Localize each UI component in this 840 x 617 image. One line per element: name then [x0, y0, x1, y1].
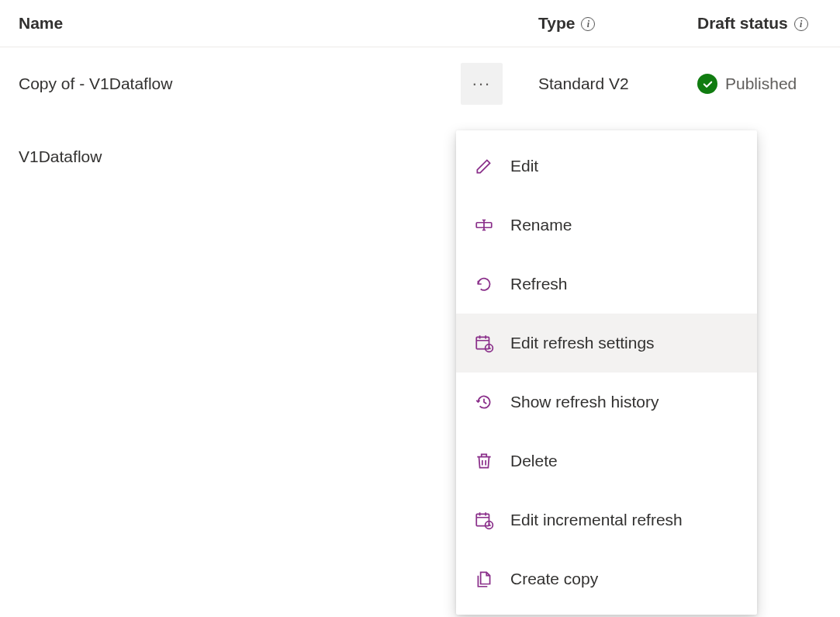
rename-icon	[473, 214, 495, 236]
table-row[interactable]: Copy of - V1Dataflow ··· Standard V2 Pub…	[0, 47, 840, 120]
status-text: Published	[725, 75, 797, 93]
pencil-icon	[473, 155, 495, 177]
menu-item-refresh[interactable]: Refresh	[456, 255, 757, 314]
more-icon: ···	[472, 74, 491, 94]
calendar-clock-icon	[473, 509, 495, 531]
column-type-label: Type	[538, 14, 575, 33]
checkmark-icon	[697, 74, 717, 94]
menu-label: Create copy	[510, 570, 598, 588]
column-status-label: Draft status	[697, 14, 788, 33]
menu-label: Rename	[510, 216, 572, 234]
menu-label: Delete	[510, 452, 558, 470]
menu-item-edit-incremental-refresh[interactable]: Edit incremental refresh	[456, 490, 757, 549]
menu-label: Edit refresh settings	[510, 334, 655, 352]
menu-item-show-refresh-history[interactable]: Show refresh history	[456, 373, 757, 432]
menu-item-delete[interactable]: Delete	[456, 432, 757, 490]
menu-item-edit-refresh-settings[interactable]: Edit refresh settings	[456, 314, 757, 373]
svg-rect-3	[476, 514, 489, 525]
table-header-row: Name Type i Draft status i	[0, 0, 840, 47]
svg-rect-1	[476, 337, 489, 348]
info-icon[interactable]: i	[794, 17, 808, 31]
menu-label: Refresh	[510, 275, 568, 293]
menu-label: Show refresh history	[510, 393, 659, 411]
menu-item-create-copy[interactable]: Create copy	[456, 549, 757, 608]
history-icon	[473, 391, 495, 413]
column-name-label: Name	[19, 14, 63, 32]
trash-icon	[473, 450, 495, 472]
copy-icon	[473, 568, 495, 590]
calendar-clock-icon	[473, 332, 495, 354]
info-icon[interactable]: i	[581, 17, 595, 31]
column-header-name[interactable]: Name	[19, 14, 538, 33]
more-actions-button[interactable]: ···	[461, 63, 503, 105]
column-header-status[interactable]: Draft status i	[697, 14, 840, 33]
row-name: Copy of - V1Dataflow	[19, 75, 461, 93]
column-header-type[interactable]: Type i	[538, 14, 697, 33]
row-type: Standard V2	[538, 75, 697, 93]
context-menu: Edit Rename Refresh Edit refresh setting…	[456, 130, 757, 615]
menu-item-rename[interactable]: Rename	[456, 196, 757, 255]
menu-label: Edit incremental refresh	[510, 511, 683, 529]
row-name: V1Dataflow	[19, 147, 461, 166]
menu-item-edit[interactable]: Edit	[456, 137, 757, 196]
menu-label: Edit	[510, 157, 538, 175]
refresh-icon	[473, 273, 495, 295]
row-status: Published	[697, 74, 840, 94]
